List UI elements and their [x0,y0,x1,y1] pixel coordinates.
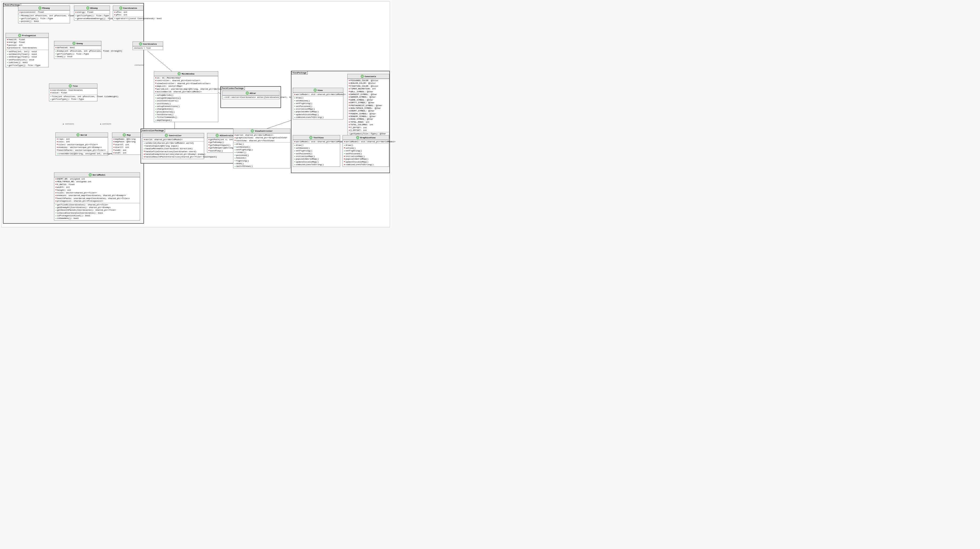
astar-icon: c [246,92,249,95]
viewcontroller-icon: c [251,129,254,132]
controller-attrs: ■world: shared_ptr<WorldModel> [143,138,204,141]
coordinates-top-title: c Coordinates [113,6,143,10]
constants-class: c Constants ■POISONED_COLOR: QColor ■HEA… [347,74,390,138]
enemy-methods: ●Enemy(int xPosition, int yPosition, flo… [54,49,101,58]
mainwindow-icon: c [178,72,181,75]
tile-class: c Tile ■coordinates: Coordinates ■value:… [49,84,97,102]
enemy-attrs: ■defeated: bool [54,46,101,49]
constants-attrs: ■POISONED_COLOR: QColor ■HEALED_COLOR: Q… [348,79,389,132]
view-package: ViewPackage c Constants ■POISONED_COLOR:… [291,71,390,173]
world-icon: c [76,133,80,136]
protagonist-methods: ●setPos(int, int): void ●setHealth(float… [6,50,48,67]
mainwindow-title: c MainWindow [154,71,218,76]
enemy-title: c Enemy [54,41,101,46]
world-methods: ●createWorld(QString, unsigned int, unsi… [56,152,108,155]
contains-label-1: ▲ contains [63,123,74,125]
viewcontroller-class: c ViewController ■world: shared_ptr<Worl… [233,129,290,168]
xenemy-attrs: ■energy: float [74,10,110,14]
worldmodel-class: c WorldModel ■ENEMY_NR: unsigned int ■HE… [54,172,140,221]
coordinates-mid-title: c Coordinates [133,42,163,46]
view-title: c View [293,88,343,92]
worldmodel-attrs: ■ENEMY_NR: unsigned int ■HEALTHPACK_NR: … [54,177,140,203]
penemy-class: c PEnemy ■poisonLevel: float ●PEnemy(int… [18,6,70,24]
world-attrs: ■rows: int ■cols: int ■tiles: vector<uni… [56,137,108,152]
worldmodel-icon: c [89,173,92,176]
view-methods: ●draw() ●setHealed() ●setFighting() ●set… [293,96,343,119]
enemy-class: c Enemy ■defeated: bool ●Enemy(int xPosi… [54,41,102,59]
contains-label-2: ▲ contains [100,123,111,125]
aicontroller-icon: c [216,134,219,137]
view-package-label: ViewPackage [291,71,308,75]
xenemy-methods: ●getTileType(): Tile::Type ●generateRand… [74,14,110,20]
penemy-methods: ●PEnemy(int xPosition, int yPosition, fl… [18,14,70,23]
graphicsview-attrs: ■worldModel: std::shared_ptr<WorldModel> [343,140,389,143]
map-class: c Map ■mapName: QString ■mapPath: QStrin… [112,132,141,155]
viewcontroller-methods: ●draw() ●setHealed() ●setFighting() ●ren… [234,142,290,168]
coordinates-mid-icon: c [139,42,142,46]
worldmodel-title: c WorldModel [54,173,140,177]
controller-methods: ●setWorld(shared_ptr<WorldModel> world) … [143,141,204,159]
textview-title: c TextView [293,135,340,140]
graphicsview-title: c GraphicsView [343,135,389,140]
controller-title: c Controller [143,133,204,138]
tile-title: c Tile [49,84,97,88]
view-icon: c [313,89,317,92]
mainwindow-methods: ●setupWorlds() ●setupUIComponents() ●ini… [154,94,218,122]
diagram-canvas: contains ▲ contains ▲ contains contains … [1,1,390,227]
protagonist-attrs: ■health: float ■energy: float ■poison: i… [6,38,48,50]
penemy-title: c PEnemy [18,6,70,10]
astar-methods: ●std::vector<Coordinates> astar(Coordina… [223,95,279,99]
coordinates-top-attrs: ■xPos: int ■yPos: int [113,10,143,17]
xenemy-title: c XEnemy [74,6,110,10]
astar-class: c AStar ●std::vector<Coordinates> astar(… [222,91,280,99]
worldmodel-methods: ●getTileAt(Coordinates): shared_ptr<Tile… [54,203,140,220]
coordinates-mid-class: c Coordinates contains > Tile [132,41,163,50]
controller-class: c Controller ■world: shared_ptr<WorldMod… [142,133,204,159]
xenemy-class: c XEnemy ■energy: float ●getTileType(): … [74,6,110,21]
controller-package-label: ControllerPackage [141,129,165,132]
penemy-attrs: ■poisonLevel: float [18,10,70,14]
pathfinder-package-label: PathfinderPackage [221,86,245,90]
enemy-icon: c [72,42,76,45]
textview-class: c TextView ■worldModel: std::shared_ptr<… [293,135,340,167]
mainwindow-class: c MainWindow ■ui: Ui::MainWindow* ■contr… [154,71,218,122]
graphicsview-icon: c [356,136,359,139]
coordinates-mid-subtitle: contains > Tile [133,46,163,50]
tile-methods: ●Tile(int xPosition, int yPosition, floa… [49,95,97,101]
world-title: c World [56,133,108,137]
astar-title: c AStar [223,91,279,95]
coordinates-top-icon: c [119,6,123,10]
coordinates-top-class: c Coordinates ■xPos: int ■yPos: int ●ope… [113,6,143,21]
view-attrs: ■worldModel: std::shared_ptr<WorldModel> [293,92,343,96]
map-title: c Map [112,133,141,137]
view-class: c View ■worldModel: std::shared_ptr<Worl… [293,88,344,119]
constants-icon: c [361,75,364,78]
protagonist-title: c Protagonist [6,33,48,38]
viewcontroller-title: c ViewController [234,129,290,133]
constants-title: c Constants [348,74,389,79]
textview-attrs: ■worldModel: std::shared_ptr<WorldModel> [293,140,340,143]
tile-attrs: ■coordinates: Coordinates ■value: float [49,88,97,95]
graphicsview-class: c GraphicsView ■worldModel: std::shared_… [342,135,389,167]
contains-label-3: contains [135,64,144,66]
viewcontroller-attrs: ■world: shared_ptr<WorldModel> ■graphica… [234,133,290,142]
penemy-icon: c [38,6,41,10]
mainwindow-attrs: ■ui: Ui::MainWindow* ■controller: shared… [154,76,218,94]
textview-methods: ●draw() ●setHealed() ●setFighting() ●set… [293,143,340,166]
protagonist-icon: c [18,34,21,37]
xenemy-icon: c [86,6,89,10]
svg-line-14 [148,51,172,71]
map-attrs: ■mapName: QString ■mapPath: QString ■sta… [112,137,141,154]
tile-icon: c [69,84,72,87]
world-class: c World ■rows: int ■cols: int ■tiles: ve… [56,132,108,155]
controller-icon: c [165,134,168,137]
graphicsview-methods: ●draw() ■setled() ●setFighting() ●setPoi… [343,143,389,166]
coordinates-top-methods: ●operator==(const Coordinates&): bool [113,17,143,20]
textview-icon: c [309,136,312,139]
pathfinder-package: PathfinderPackage c AStar ●std::vector<C… [220,86,281,108]
protagonist-class: c Protagonist ■health: float ■energy: fl… [6,33,49,67]
map-icon: c [123,133,126,136]
